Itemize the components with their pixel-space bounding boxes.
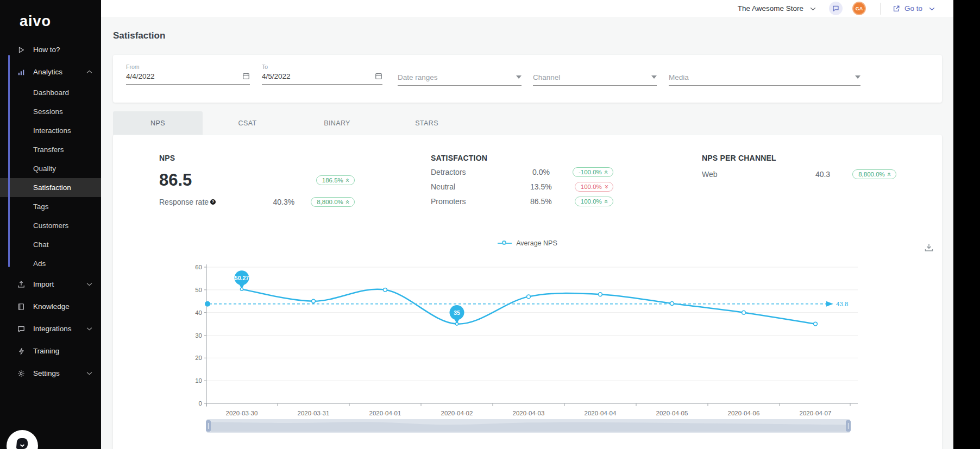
sidebar-item-transfers[interactable]: Transfers — [0, 140, 101, 159]
date-ranges-select[interactable]: Date ranges — [398, 64, 522, 86]
app-logo: aivo — [0, 0, 101, 39]
feedback-chat-button[interactable] — [829, 2, 843, 15]
sidebar-item-integrations[interactable]: Integrations — [0, 318, 101, 340]
sidebar-item-dashboard[interactable]: Dashboard — [0, 83, 101, 102]
double-chevron-up-icon: « — [344, 200, 350, 204]
sidebar-item-satisfaction[interactable]: Satisfaction — [0, 178, 101, 197]
to-label: To — [262, 64, 382, 70]
to-date-field[interactable]: To 4/5/2022 — [262, 64, 382, 85]
date-ranges-placeholder: Date ranges — [398, 73, 512, 81]
sidebar-item-analytics[interactable]: Analytics — [0, 61, 101, 83]
book-icon — [17, 302, 26, 311]
svg-text:2020-03-31: 2020-03-31 — [298, 410, 330, 416]
sidebar-item-label: Analytics — [33, 68, 62, 76]
svg-text:50.27: 50.27 — [235, 275, 249, 281]
nps-line-chart[interactable]: 01020304050602020-03-302020-03-312020-04… — [179, 261, 875, 443]
double-chevron-up-icon: « — [344, 178, 350, 182]
chevron-down-icon — [86, 282, 92, 286]
sidebar-item-settings[interactable]: Settings — [0, 362, 101, 384]
sidebar-item-sessions[interactable]: Sessions — [0, 102, 101, 121]
calendar-icon[interactable] — [375, 72, 382, 80]
goto-menu[interactable]: Go to — [893, 4, 935, 12]
user-avatar[interactable]: GA — [852, 2, 866, 15]
satisfaction-panel-title: SATISFACTION — [431, 154, 613, 162]
neutral-trend-badge: 100.0%« — [575, 182, 613, 192]
sidebar-item-import[interactable]: Import — [0, 273, 101, 295]
svg-text:2020-04-05: 2020-04-05 — [656, 410, 688, 416]
svg-text:20: 20 — [195, 355, 202, 361]
sidebar-item-label: How to? — [33, 46, 60, 54]
calendar-icon[interactable] — [242, 72, 250, 80]
to-date-value[interactable]: 4/5/2022 — [262, 72, 375, 80]
table-row: Promoters 86.5% 100.0%« — [431, 197, 613, 206]
svg-text:60: 60 — [195, 264, 202, 270]
store-selector[interactable]: The Awesome Store — [738, 4, 816, 12]
chevron-up-icon — [86, 70, 92, 74]
bar-chart-icon — [17, 68, 26, 77]
gear-icon — [17, 369, 26, 378]
dropdown-arrow-icon — [516, 75, 522, 79]
active-section-accent-line — [8, 55, 10, 267]
double-chevron-up-icon: « — [603, 199, 608, 203]
svg-text:30: 30 — [195, 332, 202, 339]
sidebar-item-ads[interactable]: Ads — [0, 254, 101, 273]
sidebar-item-label: Settings — [33, 369, 60, 377]
main-area: The Awesome Store GA Go to Satisfac — [101, 0, 953, 449]
sidebar-item-interactions[interactable]: Interactions — [0, 121, 101, 140]
download-chart-button[interactable] — [924, 242, 935, 254]
sidebar-item-label: Knowledge — [33, 302, 70, 311]
sidebar-item-chat[interactable]: Chat — [0, 235, 101, 254]
chevron-down-icon — [929, 4, 935, 12]
sidebar-item-label: Integrations — [33, 325, 72, 333]
double-chevron-up-icon: « — [603, 170, 608, 174]
svg-text:2020-04-01: 2020-04-01 — [369, 410, 401, 416]
sidebar: aivo How to? Analytics Dashboard Session… — [0, 0, 101, 449]
nps-score: 86.5 — [159, 170, 192, 190]
media-select[interactable]: Media — [669, 64, 860, 86]
from-date-value[interactable]: 4/4/2022 — [126, 72, 242, 80]
info-icon[interactable]: ? — [210, 199, 216, 205]
from-date-field[interactable]: From 4/4/2022 — [126, 64, 250, 85]
chevron-down-icon — [810, 4, 816, 12]
chevron-down-icon — [86, 371, 92, 375]
double-chevron-down-icon: « — [603, 185, 608, 188]
tab-nps[interactable]: NPS — [113, 111, 203, 135]
satisfaction-panel: SATISFACTION Detractors 0.0% -100.0%« Ne… — [431, 154, 613, 206]
legend-label: Average NPS — [516, 239, 557, 247]
chart-legend[interactable]: Average NPS — [113, 239, 942, 247]
tab-stars[interactable]: STARS — [382, 111, 472, 135]
line-chart-canvas[interactable]: 01020304050602020-03-302020-03-312020-04… — [179, 261, 875, 441]
app-window: aivo How to? Analytics Dashboard Session… — [0, 0, 980, 449]
response-rate-trend-badge: 8,800.0%« — [311, 197, 355, 207]
sidebar-item-quality[interactable]: Quality — [0, 159, 101, 178]
sidebar-item-training[interactable]: Training — [0, 340, 101, 362]
channel-select[interactable]: Channel — [533, 64, 657, 86]
sidebar-item-tags[interactable]: Tags — [0, 197, 101, 216]
detractors-label: Detractors — [431, 168, 466, 176]
tab-binary[interactable]: BINARY — [292, 111, 382, 135]
chevron-down-icon — [86, 327, 92, 331]
chat-widget-launcher[interactable] — [7, 430, 38, 449]
sidebar-item-how-to[interactable]: How to? — [0, 39, 101, 61]
neutral-value: 13.5% — [530, 182, 552, 191]
media-placeholder: Media — [669, 73, 851, 81]
page-title: Satisfaction — [113, 30, 942, 41]
table-row: Neutral 13.5% 100.0%« — [431, 182, 613, 192]
sidebar-item-knowledge[interactable]: Knowledge — [0, 295, 101, 318]
external-link-icon — [893, 5, 900, 12]
neutral-label: Neutral — [431, 182, 455, 191]
goto-label: Go to — [904, 4, 922, 12]
sidebar-item-customers[interactable]: Customers — [0, 216, 101, 235]
chat-widget-icon — [13, 437, 32, 449]
tab-csat[interactable]: CSAT — [203, 111, 292, 135]
web-channel-label: Web — [702, 170, 718, 179]
svg-text:43.8: 43.8 — [836, 301, 848, 307]
chat-bubble-icon — [832, 5, 839, 12]
svg-text:0: 0 — [199, 400, 202, 407]
table-row: Detractors 0.0% -100.0%« — [431, 167, 613, 177]
metric-tabs: NPS CSAT BINARY STARS — [113, 111, 942, 135]
store-name: The Awesome Store — [738, 4, 803, 12]
svg-text:10: 10 — [195, 377, 202, 384]
detractors-trend-badge: -100.0%« — [573, 167, 613, 177]
play-icon — [17, 46, 26, 54]
